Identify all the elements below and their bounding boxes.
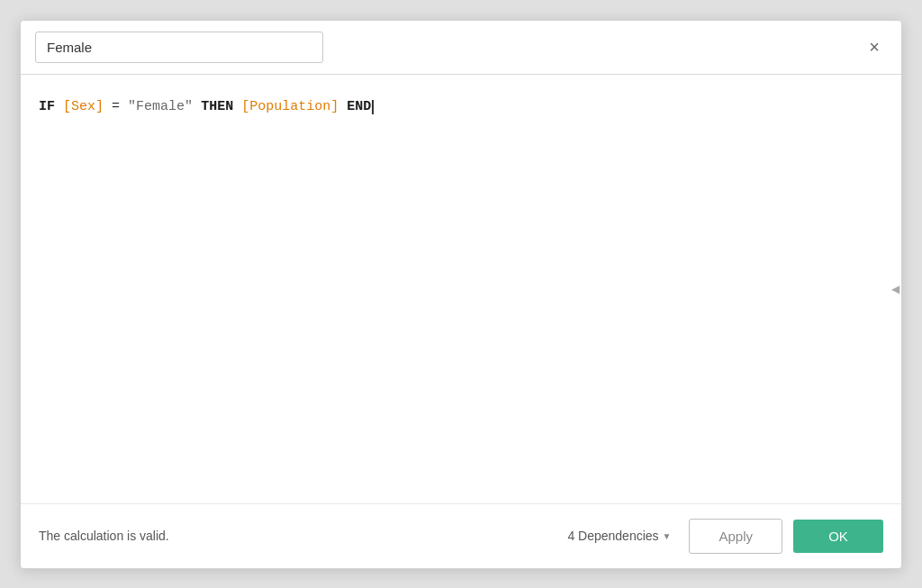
value-female: "Female"	[128, 96, 193, 118]
dependencies-button[interactable]: 4 Dependencies ▼	[560, 525, 678, 547]
keyword-if: IF	[39, 96, 55, 118]
scrollbar-right[interactable]: ◀	[889, 271, 901, 307]
keyword-then: THEN	[201, 96, 233, 118]
validation-status: The calculation is valid.	[39, 529, 169, 543]
dialog-footer: The calculation is valid. 4 Dependencies…	[21, 503, 901, 568]
field-sex: [Sex]	[63, 96, 104, 118]
dependencies-label: 4 Dependencies	[567, 529, 658, 543]
calculation-dialog: × IF [Sex] = "Female" THEN [Population] …	[20, 20, 902, 569]
close-icon: ×	[869, 38, 880, 56]
keyword-end: END	[347, 96, 371, 118]
calculation-name-input[interactable]	[35, 32, 323, 63]
dialog-header: ×	[21, 21, 901, 74]
ok-button[interactable]: OK	[793, 520, 883, 553]
formula-editor[interactable]: IF [Sex] = "Female" THEN [Population] EN…	[21, 75, 901, 503]
operator-equals: =	[112, 96, 120, 118]
formula-line: IF [Sex] = "Female" THEN [Population] EN…	[39, 96, 883, 118]
scroll-arrow-icon: ◀	[891, 283, 899, 295]
apply-button[interactable]: Apply	[689, 519, 782, 554]
chevron-down-icon: ▼	[663, 531, 672, 541]
field-population: [Population]	[241, 96, 339, 118]
text-cursor	[372, 100, 374, 114]
footer-actions: 4 Dependencies ▼ Apply OK	[560, 519, 883, 554]
close-button[interactable]: ×	[862, 34, 887, 59]
